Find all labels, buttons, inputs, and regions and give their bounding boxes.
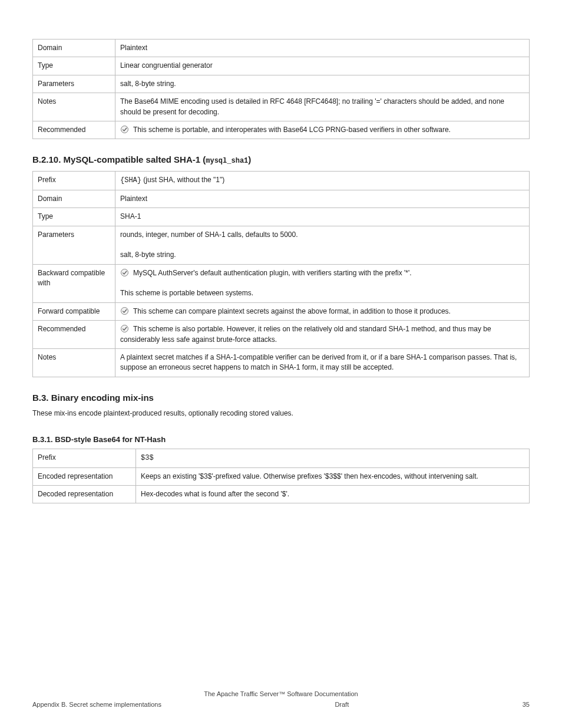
table-row: Forward compatible This scheme can compa…	[33, 302, 530, 320]
cell-label: Type	[33, 57, 115, 75]
section-name: MySQL-compatible salted SHA-1	[64, 154, 201, 164]
cell-value: MySQL AuthServer's default authenticatio…	[115, 264, 530, 302]
cell-value: rounds, integer, number of SHA-1 calls, …	[115, 226, 530, 264]
check-icon	[120, 307, 129, 315]
table-row: Encoded representation Keeps an existing…	[33, 467, 530, 485]
cell-value: Linear congruential generator	[115, 57, 530, 75]
table-row: Type Linear congruential generator	[33, 57, 530, 75]
page-footer: The Apache Traffic Server™ Software Docu…	[0, 690, 562, 708]
cell-text: (just SHA, without the "1")	[141, 176, 224, 184]
cell-value: This scheme can compare plaintext secret…	[115, 302, 530, 320]
cell-value: {SHA} (just SHA, without the "1")	[115, 172, 530, 190]
table-scheme-bsd-base64-nthash: Prefix $3$ Encoded representation Keeps …	[32, 449, 530, 503]
section-heading-bsd-base64-nthash: B.3.1. BSD-style Base64 for NT-Hash	[32, 435, 530, 444]
cell-label: Parameters	[33, 226, 115, 264]
cell-label: Domain	[33, 39, 115, 57]
cell-label: Recommended	[33, 121, 115, 139]
cell-text: MySQL AuthServer's default authenticatio…	[120, 269, 412, 298]
section-heading-mysql-sha1: B.2.10. MySQL-compatible salted SHA-1 (m…	[32, 154, 530, 165]
section-name: BSD-style Base64 for NT-Hash	[55, 435, 166, 444]
footer-title: The Apache Traffic Server™ Software Docu…	[32, 690, 530, 697]
table-row: Parameters salt, 8-byte string.	[33, 75, 530, 93]
cell-value: A plaintext secret matches if a SHA-1-co…	[115, 349, 530, 377]
table-row: Backward compatible with MySQL AuthServe…	[33, 264, 530, 302]
table-row: Notes The Base64 MIME encoding used is d…	[33, 93, 530, 121]
cell-label: Decoded representation	[33, 485, 136, 503]
section-number: B.3.1.	[32, 435, 53, 444]
table-row: Type SHA-1	[33, 208, 530, 226]
table-row: Parameters rounds, integer, number of SH…	[33, 226, 530, 264]
cell-value: Keeps an existing '$3$'-prefixed value. …	[136, 467, 530, 485]
cell-label: Forward compatible	[33, 302, 115, 320]
check-icon	[120, 125, 129, 134]
table-scheme-mysql-sha1: Prefix {SHA} (just SHA, without the "1")…	[32, 171, 530, 377]
check-icon	[120, 268, 129, 277]
section-name: Binary encoding mix-ins	[51, 393, 154, 403]
table-row: Domain Plaintext	[33, 39, 530, 57]
cell-label: Prefix	[33, 172, 115, 190]
section-number: B.3.	[32, 393, 49, 403]
prefix-code: $3$	[141, 454, 154, 462]
prefix-code: {SHA}	[120, 176, 141, 185]
svg-point-0	[121, 126, 128, 133]
cell-label: Encoded representation	[33, 467, 136, 485]
cell-label: Domain	[33, 190, 115, 207]
cell-value: Plaintext	[115, 39, 530, 57]
svg-point-3	[121, 325, 128, 332]
cell-label: Backward compatible with	[33, 264, 115, 302]
check-icon	[120, 324, 129, 333]
footer-page-number: 35	[523, 701, 530, 708]
table-row: Prefix {SHA} (just SHA, without the "1")	[33, 172, 530, 190]
table-scheme-base64-lcg: Domain Plaintext Type Linear congruentia…	[32, 39, 530, 139]
cell-value: The Base64 MIME encoding used is detaile…	[115, 93, 530, 121]
cell-label: Prefix	[33, 449, 136, 467]
cell-text: This scheme is also portable. However, i…	[120, 325, 491, 343]
cell-value: SHA-1	[115, 208, 530, 226]
section-anchor: mysql_sha1	[206, 157, 248, 165]
cell-value: Plaintext	[115, 190, 530, 207]
table-row: Prefix $3$	[33, 449, 530, 467]
footer-left: Appendix B. Secret scheme implementation…	[32, 701, 161, 708]
cell-label: Parameters	[33, 75, 115, 93]
section-number: B.2.10.	[32, 154, 61, 164]
cell-text: This scheme can compare plaintext secret…	[133, 307, 451, 315]
table-row: Recommended This scheme is also portable…	[33, 321, 530, 349]
cell-label: Recommended	[33, 321, 115, 349]
table-row: Decoded representation Hex-decodes what …	[33, 485, 530, 503]
section-heading-binary-mixins: B.3. Binary encoding mix-ins	[32, 393, 530, 403]
cell-value: This scheme is also portable. However, i…	[115, 321, 530, 349]
cell-text: This scheme is portable, and interoperat…	[133, 126, 451, 134]
cell-label: Type	[33, 208, 115, 226]
cell-label: Notes	[33, 349, 115, 377]
svg-point-2	[121, 307, 128, 314]
svg-point-1	[121, 269, 128, 276]
footer-center: Draft	[161, 701, 523, 708]
cell-value: Hex-decodes what is found after the seco…	[136, 485, 530, 503]
table-row: Notes A plaintext secret matches if a SH…	[33, 349, 530, 377]
cell-value: This scheme is portable, and interoperat…	[115, 121, 530, 139]
cell-value: $3$	[136, 449, 530, 467]
paragraph-mixins-intro: These mix-ins encode plaintext-produced …	[32, 409, 530, 419]
cell-value: salt, 8-byte string.	[115, 75, 530, 93]
table-row: Recommended This scheme is portable, and…	[33, 121, 530, 139]
cell-label: Notes	[33, 93, 115, 121]
table-row: Domain Plaintext	[33, 190, 530, 207]
